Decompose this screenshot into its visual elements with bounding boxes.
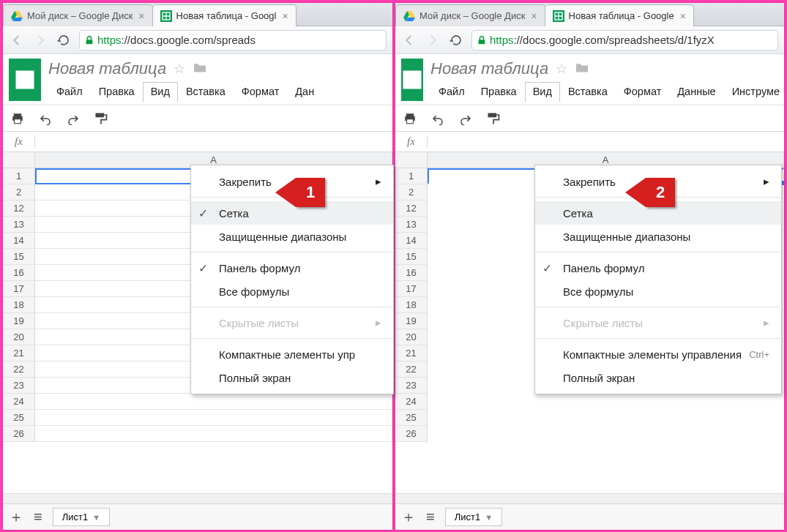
menu-item-protected-ranges[interactable]: Защищенные диапазоны	[535, 225, 781, 248]
horizontal-scrollbar[interactable]	[395, 493, 784, 503]
row-header[interactable]: 25	[3, 410, 35, 426]
select-all-corner[interactable]	[395, 152, 428, 168]
doc-title[interactable]: Новая таблица	[48, 59, 166, 78]
menu-item-protected-ranges[interactable]: Защищенные диапазоны	[191, 225, 393, 248]
row-header[interactable]: 23	[3, 378, 35, 394]
row-header[interactable]: 17	[3, 281, 35, 297]
cell[interactable]	[35, 394, 392, 410]
row-header[interactable]: 15	[395, 249, 428, 265]
menu-file[interactable]: Файл	[48, 82, 91, 102]
all-sheets-button[interactable]: ≡	[34, 509, 42, 525]
folder-icon[interactable]	[193, 61, 207, 77]
row-header[interactable]: 24	[3, 394, 35, 410]
row-header[interactable]: 20	[3, 329, 35, 345]
menu-edit[interactable]: Правка	[91, 82, 143, 102]
menu-data[interactable]: Данные	[669, 82, 723, 102]
tab-sheets[interactable]: Новая таблица - Google ×	[545, 4, 694, 26]
star-icon[interactable]: ☆	[174, 61, 185, 77]
row-header[interactable]: 14	[395, 233, 428, 249]
row-header[interactable]: 22	[395, 361, 428, 378]
row-header[interactable]: 2	[395, 184, 428, 201]
menu-file[interactable]: Файл	[430, 82, 473, 102]
row-header[interactable]: 13	[395, 217, 428, 233]
cell[interactable]	[428, 394, 784, 410]
row-header[interactable]: 14	[3, 233, 35, 249]
menu-view[interactable]: Вид	[143, 82, 178, 102]
close-icon[interactable]: ×	[138, 11, 144, 21]
row-header[interactable]: 12	[395, 201, 428, 217]
row-header[interactable]: 12	[3, 201, 35, 217]
menu-item-formula-bar[interactable]: ✓Панель формул	[191, 256, 393, 280]
row-header[interactable]: 18	[3, 297, 35, 313]
row-header[interactable]: 21	[395, 345, 428, 361]
select-all-corner[interactable]	[3, 152, 35, 168]
print-icon[interactable]	[401, 110, 419, 127]
cell[interactable]	[428, 410, 784, 426]
menu-format[interactable]: Формат	[616, 82, 670, 102]
close-icon[interactable]: ×	[680, 11, 686, 21]
close-icon[interactable]: ×	[282, 11, 288, 21]
print-icon[interactable]	[9, 110, 26, 127]
url-field[interactable]: https://docs.google.com/spreadsheets/d/1…	[471, 30, 778, 50]
row-header[interactable]: 16	[395, 265, 428, 281]
row-header[interactable]: 22	[3, 361, 35, 378]
row-header[interactable]: 18	[395, 297, 428, 313]
redo-icon[interactable]	[457, 110, 474, 127]
fx-input[interactable]	[35, 132, 392, 151]
menu-item-compact[interactable]: Компактные элементы упр	[191, 342, 393, 366]
back-button[interactable]	[9, 32, 25, 48]
menu-item-formula-bar[interactable]: ✓Панель формул	[535, 256, 781, 280]
menu-edit[interactable]: Правка	[473, 82, 525, 102]
sheets-logo-icon[interactable]	[9, 59, 41, 101]
sheet-tab[interactable]: Лист1▼	[53, 508, 110, 526]
cell[interactable]	[35, 410, 392, 426]
tab-drive[interactable]: Мой диск – Google Диск ×	[3, 4, 153, 26]
row-header[interactable]: 17	[395, 281, 428, 297]
paint-format-icon[interactable]	[92, 110, 110, 127]
undo-icon[interactable]	[37, 110, 54, 127]
row-header[interactable]: 19	[3, 313, 35, 329]
row-header[interactable]: 21	[3, 345, 35, 361]
menu-format[interactable]: Формат	[234, 82, 288, 102]
close-icon[interactable]: ×	[531, 11, 537, 21]
star-icon[interactable]: ☆	[556, 61, 567, 77]
doc-title[interactable]: Новая таблица	[430, 59, 548, 78]
horizontal-scrollbar[interactable]	[3, 493, 392, 503]
tab-sheets[interactable]: Новая таблица - Googl ×	[152, 4, 296, 26]
reload-button[interactable]	[56, 32, 72, 48]
row-header[interactable]: 23	[395, 378, 428, 394]
url-field[interactable]: https://docs.google.com/spreads	[79, 30, 387, 50]
row-header[interactable]: 15	[3, 249, 35, 265]
cell[interactable]	[35, 426, 392, 442]
row-header[interactable]: 13	[3, 217, 35, 233]
all-sheets-button[interactable]: ≡	[426, 509, 435, 525]
row-header[interactable]: 24	[395, 394, 428, 410]
forward-button[interactable]	[32, 32, 48, 48]
reload-button[interactable]	[448, 32, 464, 48]
row-header[interactable]: 25	[395, 410, 428, 426]
row-header[interactable]: 2	[3, 184, 35, 201]
paint-format-icon[interactable]	[485, 110, 502, 127]
fx-input[interactable]	[428, 132, 784, 151]
row-header[interactable]: 26	[395, 426, 428, 442]
cell[interactable]	[428, 426, 784, 442]
menu-tools[interactable]: Инструме	[724, 82, 787, 102]
add-sheet-button[interactable]: ＋	[401, 507, 416, 527]
menu-item-all-formulas[interactable]: Все формулы	[191, 280, 393, 303]
menu-insert[interactable]: Вставка	[560, 82, 616, 102]
menu-data[interactable]: Дан	[287, 82, 322, 102]
menu-view[interactable]: Вид	[525, 82, 560, 102]
row-header[interactable]: 26	[3, 426, 35, 442]
row-header[interactable]: 19	[395, 313, 428, 329]
menu-insert[interactable]: Вставка	[178, 82, 234, 102]
chevron-down-icon[interactable]: ▼	[485, 513, 493, 522]
row-header[interactable]: 1	[3, 168, 35, 184]
menu-item-fullscreen[interactable]: Полный экран	[535, 366, 781, 389]
sheet-tab[interactable]: Лист1▼	[445, 508, 502, 526]
menu-item-fullscreen[interactable]: Полный экран	[191, 366, 393, 389]
sheets-logo-icon[interactable]	[401, 59, 423, 101]
undo-icon[interactable]	[429, 110, 447, 127]
tab-drive[interactable]: Мой диск – Google Диск ×	[395, 4, 545, 26]
row-header[interactable]: 1	[395, 168, 428, 184]
row-header[interactable]: 20	[395, 329, 428, 345]
